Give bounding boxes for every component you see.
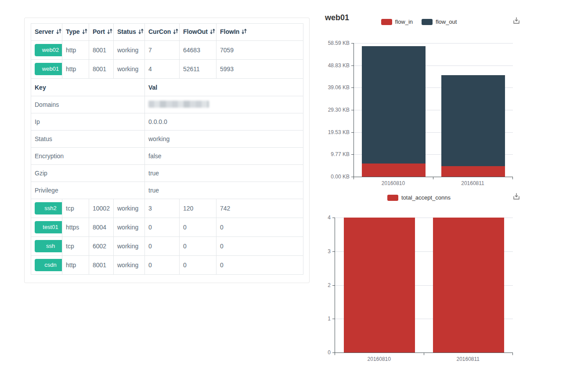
y-tick-mark (332, 285, 335, 286)
column-header-port[interactable]: Port (89, 24, 114, 41)
table-row: web01http8001working4526115993 (31, 60, 303, 79)
port-cell: 8001 (89, 256, 114, 275)
sort-icon[interactable] (82, 28, 88, 36)
column-header-label: Port (93, 28, 105, 35)
curcon-cell: 0 (145, 256, 180, 275)
flowin-cell: 0 (216, 218, 303, 237)
port-cell: 8001 (89, 41, 114, 60)
bar-flow_in (362, 164, 426, 177)
y-tick-mark (351, 65, 354, 66)
type-cell: https (62, 218, 89, 237)
y-tick-mark (351, 110, 354, 110)
sort-icon[interactable] (56, 28, 62, 36)
flowout-cell: 0 (180, 237, 216, 256)
kv-key-cell: Status (31, 131, 145, 148)
y-tick-label: 3 (315, 248, 331, 254)
column-header-server[interactable]: Server (31, 24, 62, 41)
curcon-cell: 3 (145, 199, 180, 218)
type-cell: http (62, 60, 89, 79)
y-tick-label: 9.77 KB (315, 151, 350, 157)
status-cell: working (114, 218, 145, 237)
x-tick-label: 20160810 (335, 356, 424, 362)
column-header-flowout[interactable]: FlowOut (180, 24, 216, 41)
type-cell: tcp (62, 199, 89, 218)
column-header-label: Status (117, 28, 136, 35)
x-tick-mark (512, 353, 513, 355)
kv-val-cell: false (145, 148, 303, 165)
server-badge[interactable]: csdn (35, 259, 62, 271)
plot-area (335, 218, 513, 353)
kv-val-cell: 0.0.0.0 (145, 113, 303, 131)
chart-legend: flow_inflow_out (315, 18, 523, 25)
kv-row: Gziptrue (31, 165, 303, 182)
server-badge[interactable]: test01 (35, 221, 62, 233)
sort-icon[interactable] (209, 28, 216, 36)
sort-icon[interactable] (138, 28, 144, 36)
column-header-label: Type (66, 28, 80, 35)
server-badge[interactable]: ssh (35, 240, 62, 252)
sort-icon[interactable] (173, 28, 179, 36)
server-cell: csdn (31, 256, 62, 275)
type-cell: http (62, 41, 89, 60)
kv-val-cell (145, 96, 303, 113)
y-tick-label: 1 (315, 316, 331, 322)
bar-flow_out (441, 75, 505, 166)
table-row: csdnhttp8001working000 (31, 256, 303, 275)
dashboard-page: ServerTypePortStatusCurConFlowOutFlowIn … (0, 0, 588, 378)
legend-item-total_accept_conns[interactable]: total_accept_conns (387, 194, 451, 201)
x-tick-mark (512, 177, 513, 179)
legend-swatch-icon (422, 19, 433, 25)
status-cell: working (114, 60, 145, 79)
port-cell: 10002 (89, 199, 114, 218)
kv-val-cell: true (145, 165, 303, 182)
y-tick-mark (351, 43, 354, 44)
kv-row: Statusworking (31, 131, 303, 148)
column-header-label: CurCon (148, 28, 171, 35)
curcon-cell: 0 (145, 237, 180, 256)
column-header-type[interactable]: Type (62, 24, 89, 41)
server-badge[interactable]: web02 (35, 44, 62, 56)
server-cell: test01 (31, 218, 62, 237)
type-cell: http (62, 256, 89, 275)
legend-item-flow_out[interactable]: flow_out (422, 18, 457, 25)
y-tick-label: 29.30 KB (315, 107, 350, 113)
x-tick-label: 20160811 (424, 356, 513, 362)
sort-icon[interactable] (241, 28, 247, 36)
download-icon[interactable] (512, 17, 521, 25)
column-header-flowin[interactable]: FlowIn (216, 24, 303, 41)
port-cell: 8001 (89, 60, 114, 79)
legend-item-flow_in[interactable]: flow_in (381, 18, 413, 25)
flowin-cell: 5993 (216, 60, 303, 79)
redacted-domain-value (148, 101, 209, 108)
curcon-cell: 0 (145, 218, 180, 237)
kv-row: Privilegetrue (31, 182, 303, 199)
kv-key-header: Key (31, 79, 145, 96)
port-cell: 8004 (89, 218, 114, 237)
chart-legend: total_accept_conns (315, 194, 523, 201)
kv-val-cell: working (145, 131, 303, 148)
y-tick-label: 0.00 KB (315, 174, 350, 180)
flow-chart-panel: web01 flow_inflow_out 0.00 KB9.77 KB19.5… (315, 9, 523, 191)
download-icon[interactable] (512, 193, 521, 200)
conns-chart-panel: total_accept_conns 012342016081020160811 (315, 185, 523, 369)
kv-row: Encryptionfalse (31, 148, 303, 165)
x-tick-mark (335, 353, 335, 355)
server-cell: web01 (31, 60, 62, 79)
server-badge[interactable]: ssh2 (35, 202, 62, 214)
kv-key-cell: Encryption (31, 148, 145, 165)
y-gridline (354, 43, 513, 44)
flowin-cell: 0 (216, 237, 303, 256)
y-tick-label: 0 (315, 349, 331, 356)
legend-swatch-icon (387, 195, 398, 201)
column-header-status[interactable]: Status (114, 24, 145, 41)
x-tick-mark (354, 177, 354, 179)
column-header-curcon[interactable]: CurCon (145, 24, 180, 41)
flowout-cell: 0 (180, 256, 216, 275)
y-tick-mark (351, 154, 354, 155)
status-cell: working (114, 256, 145, 275)
server-badge[interactable]: web01 (35, 63, 62, 75)
y-tick-label: 39.06 KB (315, 84, 350, 91)
y-tick-mark (351, 87, 354, 88)
sort-icon[interactable] (107, 28, 113, 36)
kv-row: Domains (31, 96, 303, 113)
